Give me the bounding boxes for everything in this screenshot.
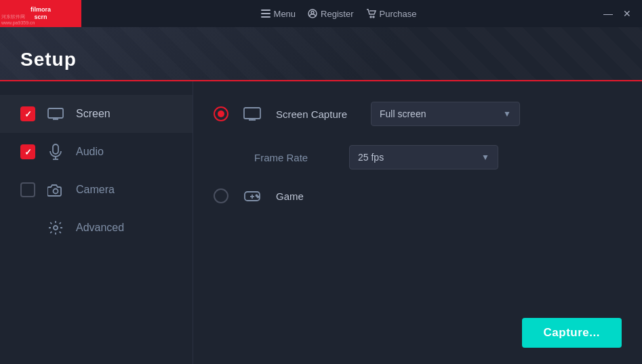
svg-point-13: [54, 189, 58, 194]
titlebar-nav: Menu Register Purchase: [261, 9, 417, 19]
menu-icon: [261, 9, 270, 18]
capture-button[interactable]: Capture...: [522, 318, 622, 348]
screen-checkbox[interactable]: [20, 106, 35, 121]
svg-point-5: [370, 16, 372, 18]
close-button[interactable]: ✕: [620, 7, 634, 20]
register-icon: [308, 9, 317, 18]
svg-point-4: [311, 12, 314, 14]
game-label: Game: [276, 190, 357, 202]
menu-label: Menu: [274, 9, 296, 19]
titlebar-left: filmorascrn 河东软件网www.pa9359.cn: [0, 0, 81, 27]
screen-capture-dropdown[interactable]: Full screen ▼: [371, 102, 520, 126]
purchase-label: Purchase: [380, 9, 417, 19]
svg-point-14: [54, 226, 58, 230]
register-label: Register: [321, 9, 353, 19]
audio-label: Audio: [76, 146, 104, 158]
svg-rect-10: [53, 144, 58, 154]
minimize-button[interactable]: —: [601, 7, 615, 20]
game-icon: [242, 186, 262, 206]
audio-checkbox[interactable]: [20, 144, 35, 159]
purchase-button[interactable]: Purchase: [366, 9, 417, 19]
svg-rect-2: [261, 16, 270, 18]
game-radio[interactable]: [214, 188, 228, 203]
screen-capture-row: Screen Capture Full screen ▼: [214, 102, 622, 126]
svg-point-6: [373, 16, 374, 18]
sidebar-item-advanced[interactable]: Advanced: [0, 209, 193, 247]
svg-rect-1: [261, 13, 270, 14]
camera-checkbox[interactable]: [20, 182, 35, 197]
frame-rate-dropdown-arrow: ▼: [481, 153, 489, 162]
advanced-label: Advanced: [76, 222, 124, 234]
advanced-icon: [46, 218, 65, 237]
game-row: Game: [214, 186, 622, 206]
screen-icon: [46, 104, 65, 123]
svg-rect-0: [261, 9, 270, 11]
screen-capture-icon: [242, 104, 262, 124]
frame-rate-dropdown[interactable]: 25 fps ▼: [349, 145, 498, 169]
screen-capture-label: Screen Capture: [276, 108, 357, 120]
menu-button[interactable]: Menu: [261, 9, 296, 19]
sidebar-item-screen[interactable]: Screen: [0, 95, 193, 133]
camera-icon: [46, 180, 65, 199]
screen-capture-value: Full screen: [380, 108, 426, 119]
frame-rate-value: 25 fps: [358, 152, 384, 163]
screen-label: Screen: [76, 108, 111, 120]
sidebar-item-audio[interactable]: Audio: [0, 133, 193, 171]
audio-icon: [46, 142, 65, 161]
sidebar: Screen Audio: [0, 81, 193, 364]
screen-capture-radio[interactable]: [214, 106, 228, 121]
camera-checkbox-unchecked: [20, 182, 35, 197]
svg-rect-15: [244, 108, 260, 119]
sidebar-item-camera[interactable]: Camera: [0, 171, 193, 209]
screen-capture-dropdown-arrow: ▼: [503, 109, 511, 119]
logo: filmorascrn 河东软件网www.pa9359.cn: [0, 0, 81, 27]
camera-label: Camera: [76, 184, 115, 196]
audio-checkbox-checked: [20, 144, 35, 159]
frame-rate-row: Frame Rate 25 fps ▼: [254, 145, 622, 169]
screen-checkbox-checked: [20, 106, 35, 121]
cart-icon: [366, 9, 376, 18]
svg-rect-7: [48, 108, 63, 118]
frame-rate-label: Frame Rate: [254, 152, 336, 163]
page-title: Setup: [20, 49, 77, 70]
header: Setup: [0, 27, 642, 81]
logo-watermark: 河东软件网www.pa9359.cn: [1, 14, 35, 25]
svg-point-22: [258, 197, 259, 198]
right-panel: Screen Capture Full screen ▼ Frame Rate …: [193, 81, 642, 364]
window-controls: — ✕: [601, 7, 634, 20]
titlebar: filmorascrn 河东软件网www.pa9359.cn Menu: [0, 0, 642, 27]
register-button[interactable]: Register: [308, 9, 353, 19]
main-content: Screen Audio: [0, 81, 642, 364]
